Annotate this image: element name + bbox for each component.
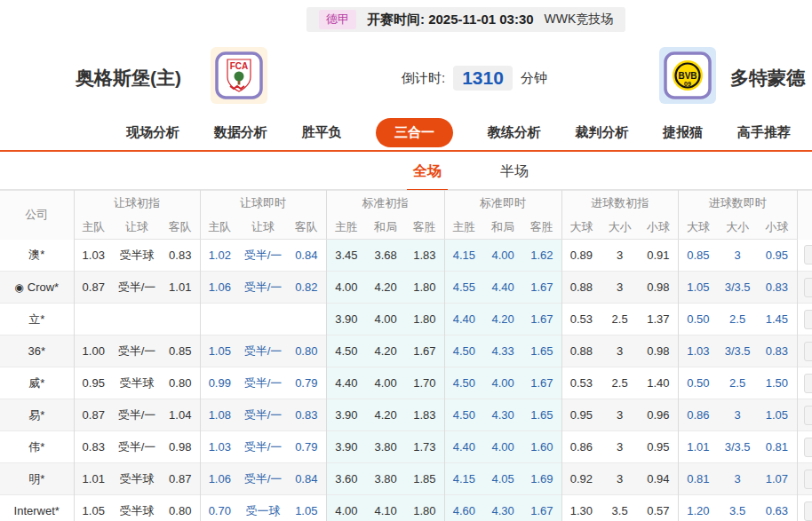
odds-cell: 0.70 [200,495,239,521]
odds-cell: 0.86 [678,399,718,431]
odds-cell: 0.87 [74,399,113,431]
detail-button-stub[interactable] [804,342,812,361]
odds-cell: 3.68 [366,240,405,272]
company-name: 澳* [28,248,44,261]
clipped-cell [797,272,812,304]
odds-cell: 0.84 [287,463,326,495]
odds-cell: 0.81 [678,463,718,495]
table-row: Interwet*1.05受半球0.800.70受一球1.054.004.101… [0,495,812,521]
group-header: 标准即时 [444,191,561,216]
odds-cell [113,304,161,335]
company-cell[interactable]: ◉Crow* [0,272,74,304]
league-badge[interactable]: 德甲 [319,10,356,29]
odds-cell: 1.30 [561,495,601,521]
detail-button-stub[interactable] [804,470,812,489]
table-row: 明*1.01受半球0.871.06受半/一0.843.603.801.854.1… [0,463,812,495]
nav-tab-1[interactable]: 现场分析 [126,124,179,141]
detail-button-stub[interactable] [804,245,812,264]
odds-cell: 3.45 [326,240,366,272]
odds-cell: 0.53 [561,304,601,335]
odds-cell: 2.5 [718,304,757,335]
nav-tab-2[interactable]: 数据分析 [214,124,267,141]
odds-cell: 1.06 [200,272,239,304]
odds-cell: 1.02 [200,240,239,272]
company-cell[interactable]: 伟* [0,431,74,463]
detail-button-stub[interactable] [804,406,812,425]
nav-tab-7[interactable]: 捷报猫 [663,124,703,141]
odds-cell: 1.20 [678,495,718,521]
odds-cell: 1.01 [161,272,200,304]
company-cell[interactable]: 威* [0,367,74,399]
nav-tab-3[interactable]: 胜平负 [301,124,341,141]
odds-cell: 0.92 [561,463,601,495]
odds-cell: 4.30 [483,399,522,431]
odds-cell: 0.80 [161,367,200,399]
odds-cell: 3/3.5 [718,335,757,367]
odds-cell: 0.91 [639,240,678,272]
odds-cell: 1.08 [200,399,239,431]
clipped-cell [797,463,812,495]
sub-column-header: 客队 [287,215,326,240]
period-subtabs: 全场半场 [0,154,812,190]
odds-cell: 1.80 [405,495,444,521]
subtab-2[interactable]: 半场 [500,162,529,181]
match-info-bar: 德甲 开赛时间: 2025-11-01 03:30 WWK竞技场 [306,7,625,32]
odds-cell: 0.95 [639,431,678,463]
nav-tab-4[interactable]: 三合一 [376,118,453,147]
odds-cell: 4.20 [366,335,405,367]
odds-cell: 3.90 [326,399,366,431]
odds-cell: 0.83 [161,240,200,272]
odds-cell: 0.95 [757,240,797,272]
sub-column-header: 主胜 [444,215,483,240]
odds-cell: 受半球 [113,495,161,521]
detail-button-stub[interactable] [804,278,812,297]
odds-cell: 1.67 [405,335,444,367]
soccer-ball-icon: ◉ [14,281,23,294]
odds-cell: 3/3.5 [718,272,757,304]
odds-cell: 1.60 [522,431,561,463]
company-cell[interactable]: Interwet* [0,495,74,521]
odds-cell: 4.00 [483,431,522,463]
clipped-cell [797,367,812,399]
fca-crest-icon: FCA [211,47,267,104]
odds-cell: 3 [601,399,639,431]
odds-cell: 3.5 [718,495,757,521]
odds-cell: 3 [601,431,639,463]
nav-tab-8[interactable]: 高手推荐 [737,124,791,141]
company-cell[interactable]: 立* [0,304,74,335]
nav-tab-6[interactable]: 裁判分析 [576,124,629,141]
odds-cell: 受半/一 [239,240,287,272]
odds-cell: 1.80 [405,272,444,304]
odds-cell: 1.06 [200,463,239,495]
nav-tab-5[interactable]: 教练分析 [488,124,541,141]
odds-cell: 0.79 [287,431,326,463]
detail-button-stub[interactable] [804,501,812,521]
odds-cell: 4.50 [444,335,483,367]
odds-cell: 受半球 [113,240,161,272]
subtab-1[interactable]: 全场 [413,162,442,181]
odds-cell: 1.05 [200,335,239,367]
odds-cell: 0.85 [678,240,718,272]
company-name: 明* [28,472,44,485]
detail-button-stub[interactable] [804,438,812,457]
company-cell[interactable]: 易* [0,399,74,431]
odds-cell: 0.63 [757,495,797,521]
odds-cell: 受半球 [113,463,161,495]
countdown-value: 1310 [453,66,513,91]
detail-button-stub[interactable] [804,310,812,329]
company-name: 伟* [28,440,44,454]
odds-cell: 3/3.5 [718,431,757,463]
odds-cell: 0.85 [161,335,200,367]
company-cell[interactable]: 澳* [0,240,74,272]
company-cell[interactable]: 明* [0,463,74,495]
company-name: Crow* [28,280,59,294]
detail-button-stub[interactable] [804,374,812,393]
odds-cell: 受半/一 [239,431,287,463]
odds-cell: 0.87 [161,463,200,495]
away-team-name: 多特蒙德 [730,66,805,91]
odds-cell: 0.81 [757,431,797,463]
company-cell[interactable]: 36* [0,335,74,367]
odds-cell: 0.57 [639,495,678,521]
sub-column-header: 大小 [718,215,757,240]
clipped-cell [797,431,812,463]
